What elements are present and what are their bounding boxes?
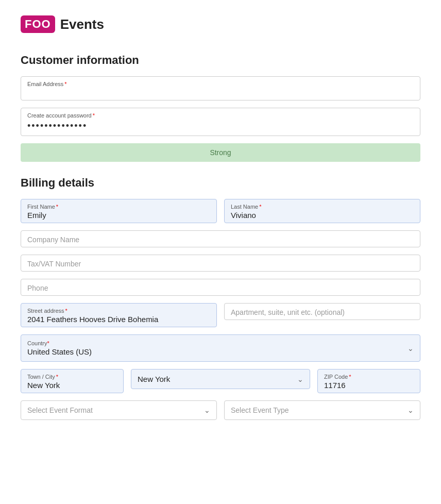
street-label: Street address* (27, 308, 210, 314)
zip-label: ZIP Code* (324, 374, 414, 380)
city-wrapper[interactable]: Town / City* (21, 369, 124, 393)
first-name-group: First Name* (21, 199, 217, 223)
customer-info-heading: Customer information (21, 54, 420, 67)
password-field-group: Create account password* •••••••••••••• (21, 108, 420, 136)
name-row: First Name* Last Name* (21, 199, 420, 223)
email-field-group: Email Address* (21, 76, 420, 100)
zip-wrapper[interactable]: ZIP Code* (317, 369, 420, 393)
street-wrapper[interactable]: Street address* (21, 303, 217, 327)
billing-section: Billing details First Name* Last Name* (21, 176, 420, 420)
street-input[interactable] (27, 315, 210, 324)
tax-input[interactable] (27, 259, 414, 268)
city-input[interactable] (27, 381, 117, 390)
event-format-col: Select Event Format ⌄ (21, 400, 217, 420)
first-name-wrapper[interactable]: First Name* (21, 199, 217, 223)
phone-group (21, 279, 420, 296)
phone-input[interactable] (27, 283, 414, 292)
event-type-chevron-icon: ⌄ (408, 406, 414, 414)
email-field-wrapper[interactable]: Email Address* (21, 76, 420, 100)
apt-input[interactable] (231, 308, 414, 316)
zip-col: ZIP Code* (317, 369, 420, 393)
event-format-chevron-icon: ⌄ (204, 406, 210, 414)
event-row: Select Event Format ⌄ Select Event Type … (21, 400, 420, 420)
last-name-group: Last Name* (224, 199, 420, 223)
logo-area: FOO Events (21, 15, 420, 33)
password-label: Create account password* (27, 112, 414, 119)
email-label: Email Address* (27, 81, 414, 87)
tax-wrapper[interactable] (21, 255, 420, 272)
last-name-input[interactable] (231, 211, 414, 220)
country-label: Country* (27, 340, 399, 346)
company-wrapper[interactable] (21, 230, 420, 247)
street-row: Street address* (21, 303, 420, 327)
city-state-zip-row: Town / City* New York ⌄ ZIP Code* (21, 369, 420, 393)
email-input[interactable] (27, 88, 414, 97)
city-label: Town / City* (27, 374, 117, 380)
password-strength-bar: Strong (21, 143, 420, 162)
apt-group (224, 303, 420, 327)
event-type-select[interactable]: Select Event Type ⌄ (224, 400, 420, 420)
event-format-select[interactable]: Select Event Format ⌄ (21, 400, 217, 420)
zip-input[interactable] (324, 381, 414, 390)
country-chevron-icon: ⌄ (408, 344, 414, 352)
password-strength-label: Strong (210, 148, 231, 157)
tax-group (21, 255, 420, 272)
city-col: Town / City* (21, 369, 124, 393)
state-value: New York (138, 375, 170, 383)
company-input[interactable] (27, 235, 414, 244)
last-name-label: Last Name* (231, 204, 414, 210)
password-dots: •••••••••••••• (27, 120, 414, 132)
state-select[interactable]: New York ⌄ (131, 369, 310, 389)
street-group: Street address* (21, 303, 217, 327)
event-format-placeholder: Select Event Format (27, 406, 93, 414)
billing-heading: Billing details (21, 176, 420, 190)
event-type-col: Select Event Type ⌄ (224, 400, 420, 420)
logo-box: FOO (21, 15, 55, 33)
country-value: United States (US) (27, 347, 92, 356)
page-container: FOO Events Customer information Email Ad… (0, 0, 441, 455)
country-select[interactable]: Country* United States (US) ⌄ (21, 334, 420, 362)
first-name-label: First Name* (27, 204, 210, 210)
customer-info-section: Customer information Email Address* Crea… (21, 54, 420, 162)
state-chevron-icon: ⌄ (297, 375, 303, 383)
country-group: Country* United States (US) ⌄ (21, 334, 420, 362)
company-group (21, 230, 420, 247)
apt-wrapper[interactable] (224, 303, 420, 320)
logo-foo-text: FOO (25, 18, 51, 31)
state-col: New York ⌄ (131, 369, 310, 393)
logo-events-text: Events (60, 16, 104, 32)
first-name-input[interactable] (27, 211, 210, 220)
phone-wrapper[interactable] (21, 279, 420, 296)
last-name-wrapper[interactable]: Last Name* (224, 199, 420, 223)
password-field-wrapper[interactable]: Create account password* •••••••••••••• (21, 108, 420, 136)
event-type-placeholder: Select Event Type (231, 406, 289, 414)
